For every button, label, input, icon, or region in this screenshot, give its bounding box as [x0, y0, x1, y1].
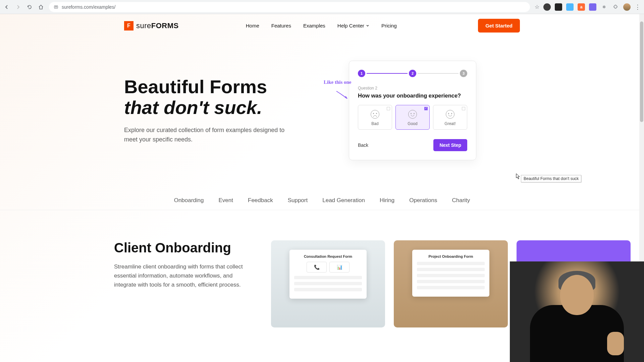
get-started-button[interactable]: Get Started [478, 19, 520, 33]
hero-title: Beautiful Forms that don't suck. [124, 76, 285, 118]
option-label: Good [398, 121, 427, 126]
extension-icon[interactable]: ✲ [600, 3, 608, 11]
extension-icon[interactable] [566, 3, 574, 11]
checkbox-icon [462, 107, 465, 110]
tooltip: Beautiful Forms that don't suck [521, 175, 581, 182]
cat-charity[interactable]: Charity [452, 197, 470, 204]
back-button[interactable] [3, 4, 10, 10]
main-nav: Home Features Examples Help Center Prici… [246, 23, 397, 28]
scrollbar-thumb[interactable] [640, 21, 643, 122]
extensions-menu-icon[interactable] [612, 3, 619, 11]
annotation-label: Like this one [324, 79, 352, 85]
reload-button[interactable] [26, 4, 33, 10]
template-title: Consultation Request Form [294, 254, 362, 258]
browser-toolbar: sureforms.com/examples/ ☆ a ✲ ⋮ [0, 0, 644, 14]
form-field-placeholder [417, 280, 485, 283]
nav-help-label: Help Center [337, 23, 364, 28]
url-text: sureforms.com/examples/ [62, 4, 115, 10]
extension-icon[interactable] [543, 3, 551, 11]
page-viewport: F sureFORMS Home Features Examples Help … [0, 14, 644, 362]
extension-icon[interactable] [555, 3, 562, 11]
client-onboarding-section: Client Onboarding Streamline client onbo… [101, 240, 543, 327]
step-line [418, 73, 459, 74]
forward-button[interactable] [15, 4, 21, 10]
profile-avatar[interactable] [623, 3, 631, 11]
face-great-icon [446, 110, 454, 119]
section-desc: Streamline client onboarding with forms … [114, 262, 255, 290]
hero-title-line1: Beautiful Forms [124, 76, 267, 97]
form-actions: Back Next Step [358, 139, 467, 151]
checkbox-icon [424, 107, 428, 110]
form-field-placeholder [294, 276, 362, 279]
step-1: 1 [358, 70, 365, 77]
home-button[interactable] [38, 4, 44, 10]
nav-features[interactable]: Features [271, 23, 291, 28]
hero-section: Beautiful Forms that don't suck. Explore… [124, 61, 520, 160]
cat-support[interactable]: Support [288, 197, 308, 204]
nav-pricing[interactable]: Pricing [381, 23, 397, 28]
phone-icon: 📞 [307, 262, 327, 273]
form-field-placeholder [294, 288, 362, 291]
section-title: Client Onboarding [114, 240, 255, 255]
template-card-consultation[interactable]: Consultation Request Form 📞 📊 [271, 240, 385, 327]
nav-help-center[interactable]: Help Center [337, 23, 369, 28]
category-tabs: Onboarding Event Feedback Support Lead G… [0, 197, 644, 210]
template-title: Project Onboarding Form [417, 254, 485, 258]
face-good-icon [408, 110, 417, 119]
cursor-icon [516, 173, 521, 181]
cat-feedback[interactable]: Feedback [248, 197, 273, 204]
bookmark-star-icon[interactable]: ☆ [535, 4, 539, 10]
option-bad[interactable]: Bad [358, 105, 392, 130]
question-text: How was your onboarding experience? [358, 93, 467, 99]
template-card-project-onboarding[interactable]: Project Onboarding Form [394, 240, 508, 327]
extension-icon[interactable]: a [578, 3, 585, 11]
browser-menu-icon[interactable]: ⋮ [635, 3, 641, 11]
option-label: Bad [361, 121, 389, 126]
option-great[interactable]: Great! [433, 105, 467, 130]
cat-onboarding[interactable]: Onboarding [174, 197, 204, 204]
site-header: F sureFORMS Home Features Examples Help … [124, 14, 520, 37]
step-2: 2 [409, 70, 416, 77]
next-step-button[interactable]: Next Step [433, 139, 467, 151]
option-label: Great! [436, 121, 464, 126]
address-bar[interactable]: sureforms.com/examples/ [49, 2, 530, 12]
nav-examples[interactable]: Examples [303, 23, 325, 28]
logo-mark: F [124, 21, 133, 31]
checkbox-icon [387, 107, 390, 110]
svg-rect-2 [55, 7, 57, 7]
annotation-arrow-icon [335, 90, 350, 102]
form-field-placeholder [417, 286, 485, 289]
svg-rect-1 [55, 6, 57, 7]
form-preview-card: Like this one 1 2 3 Question 2 How was y… [349, 61, 476, 160]
cat-hiring[interactable]: Hiring [380, 197, 394, 204]
form-field-placeholder [417, 268, 485, 271]
step-line [367, 73, 408, 74]
chart-icon: 📊 [329, 262, 350, 273]
form-field-placeholder [294, 282, 362, 285]
back-button[interactable]: Back [358, 142, 368, 148]
logo-text: sureFORMS [136, 21, 179, 30]
form-field-placeholder [417, 274, 485, 277]
cat-event[interactable]: Event [219, 197, 233, 204]
nav-home[interactable]: Home [246, 23, 259, 28]
cat-lead-generation[interactable]: Lead Generation [322, 197, 365, 204]
cat-operations[interactable]: Operations [409, 197, 437, 204]
site-info-icon[interactable] [54, 4, 58, 10]
hero-subtitle: Explore our curated collection of form e… [124, 126, 285, 144]
options-group: Bad Good Great! [358, 105, 467, 130]
question-label: Question 2 [358, 86, 467, 90]
chevron-down-icon [366, 24, 369, 27]
extension-icon[interactable] [589, 3, 596, 11]
hero-title-line2: that don't suck. [124, 97, 262, 118]
form-field-placeholder [417, 262, 485, 265]
webcam-pip[interactable] [510, 261, 644, 362]
option-good[interactable]: Good [395, 105, 430, 130]
form-stepper: 1 2 3 [358, 70, 467, 77]
face-bad-icon [371, 110, 379, 119]
logo[interactable]: F sureFORMS [124, 21, 179, 31]
step-3: 3 [460, 70, 467, 77]
